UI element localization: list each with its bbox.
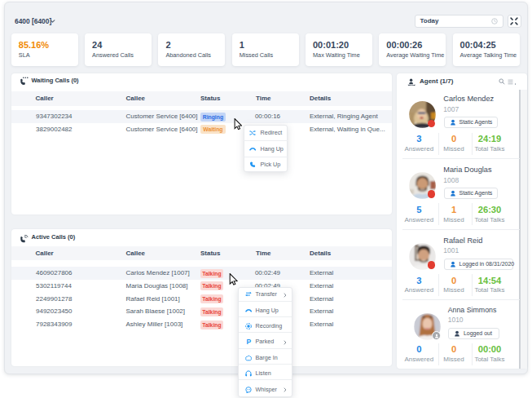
svg-text:P: P <box>246 338 251 345</box>
